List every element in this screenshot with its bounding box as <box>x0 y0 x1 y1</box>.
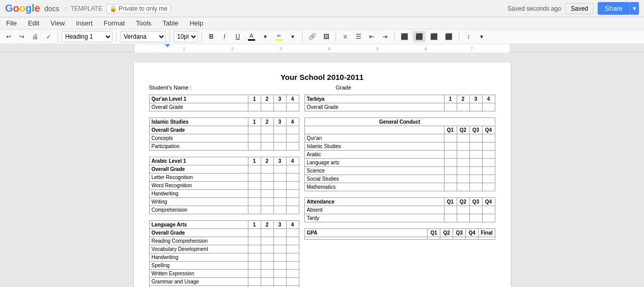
print-button[interactable]: 🖨 <box>30 31 41 42</box>
islamic-label: Islamic Studies <box>149 118 248 126</box>
arabic-label: Arabic Level 1 <box>149 157 248 165</box>
style-select[interactable]: Heading 1 Heading 2 Normal text <box>62 31 113 42</box>
indent-less-button[interactable]: ⇤ <box>366 31 377 42</box>
islamic-overall-q3 <box>273 126 286 134</box>
image-button[interactable]: 🖼 <box>321 31 332 42</box>
conduct-quran-row: Qur'an <box>304 134 495 142</box>
top-bar-right: Saved seconds ago Saved Share ▾ <box>508 2 639 15</box>
italic-button[interactable]: I <box>219 31 230 42</box>
lock-icon: 🔒 <box>109 5 117 12</box>
arabic-header-row: Arabic Level 1 1 2 3 4 <box>149 157 299 165</box>
separator-3 <box>170 32 170 42</box>
islamic-participation-row: Participation <box>149 142 299 151</box>
align-right-button[interactable]: ⬛ <box>428 31 440 42</box>
menu-insert[interactable]: Insert <box>74 18 95 28</box>
conduct-islamic-row: Islamic Studies <box>304 142 495 151</box>
conduct-title: General Conduct <box>304 118 495 126</box>
conduct-social-row: Social Studies <box>304 175 495 183</box>
saved-button[interactable]: Saved <box>565 3 594 14</box>
la-vocab-row: Vocabulary Development <box>149 245 299 253</box>
separator-6 <box>335 32 336 42</box>
arabic-writing-row: Writing <box>149 198 299 206</box>
share-dropdown-button[interactable]: ▾ <box>630 2 639 15</box>
privacy-badge[interactable]: 🔒 Private to only me <box>106 4 171 13</box>
arabic-overall-row: Overall Grade <box>149 165 299 174</box>
unordered-list-button[interactable]: ☰ <box>353 31 364 42</box>
share-button[interactable]: Share <box>598 2 630 15</box>
islamic-overall-q4 <box>286 126 299 134</box>
islamic-concepts-row: Concepts <box>149 134 299 142</box>
ruler-mark-4: 4 <box>328 46 330 51</box>
ruler-indent-marker[interactable] <box>165 44 170 47</box>
arabic-overall-label: Overall Grade <box>149 165 248 174</box>
quran-header-row: Qur'an Level 1 1 2 3 4 <box>149 95 299 103</box>
ruler-mark-3: 3 <box>279 46 282 51</box>
redo-button[interactable]: ↪ <box>16 31 27 42</box>
separator-8 <box>459 32 459 42</box>
highlight-button[interactable]: ✏ <box>273 31 285 42</box>
privacy-text: Private to only me <box>119 5 167 12</box>
highlight-dropdown[interactable]: ▾ <box>287 31 298 42</box>
link-button[interactable]: 🔗 <box>306 31 319 42</box>
fontsize-select[interactable]: 10pt 8 9 12 14 <box>174 31 198 42</box>
font-color-dropdown[interactable]: ▾ <box>260 31 271 42</box>
align-left-button[interactable]: ⬛ <box>398 31 411 42</box>
toolbar: ↩ ↪ 🖨 ✓ Heading 1 Heading 2 Normal text … <box>0 30 644 44</box>
bold-button[interactable]: B <box>206 31 217 42</box>
arabic-handwriting-row: Handwriting <box>149 190 299 198</box>
spellcheck-button[interactable]: ✓ <box>43 31 54 42</box>
ruler-mark-5: 5 <box>376 46 379 51</box>
menu-edit[interactable]: Edit <box>26 18 41 28</box>
indent-more-button[interactable]: ⇥ <box>379 31 390 42</box>
separator-7 <box>394 32 395 42</box>
align-center-button[interactable]: ⬛ <box>413 31 426 42</box>
gpa-table: GPA Q1 Q2 Q3 Q4 Final <box>304 228 495 240</box>
gpa-label: GPA <box>304 229 428 237</box>
la-header-row: Language Arts 1 2 3 4 <box>149 221 299 229</box>
arabic-word-row: Word Recognition <box>149 182 299 190</box>
menu-file[interactable]: File <box>4 18 19 28</box>
line-spacing-dropdown[interactable]: ▾ <box>476 31 487 42</box>
islamic-participation-q1 <box>248 142 261 151</box>
islamic-overall-row: Overall Grade <box>149 126 299 134</box>
line-spacing-button[interactable]: ↕ <box>463 31 474 42</box>
tarbiya-header-row: Tarbiya 1 2 3 4 <box>304 95 495 103</box>
conduct-la-row: Language arts <box>304 159 495 167</box>
islamic-overall-label: Overall Grade <box>149 126 248 134</box>
la-label: Language Arts <box>149 221 248 229</box>
product-name: docs <box>44 5 60 13</box>
islamic-concepts-q4 <box>286 134 299 142</box>
underline-button[interactable]: U <box>232 31 243 42</box>
align-justify-button[interactable]: ⬛ <box>442 31 455 42</box>
ordered-list-button[interactable]: ≡ <box>340 31 351 42</box>
arabic-col4: 4 <box>286 157 299 165</box>
undo-button[interactable]: ↩ <box>3 31 14 42</box>
islamic-participation-label: Participation <box>149 142 248 151</box>
arabic-col3: 3 <box>273 157 286 165</box>
right-column: Tarbiya 1 2 3 4 Overall Grade Gen <box>304 95 495 287</box>
language-arts-table: Language Arts 1 2 3 4 Overall Grade Read… <box>149 220 299 287</box>
arabic-letter-row: Letter Recognition <box>149 174 299 182</box>
menu-help[interactable]: Help <box>187 18 205 28</box>
student-info-row: Student's Name : Grade <box>149 84 495 91</box>
conduct-science-row: Science <box>304 167 495 175</box>
star-icon: ☆ <box>63 5 69 12</box>
quran-overall-q4 <box>286 103 299 111</box>
tarbiya-label: Tarbiya <box>304 95 444 103</box>
islamic-concepts-label: Concepts <box>149 134 248 142</box>
menu-tools[interactable]: Tools <box>134 18 153 28</box>
la-reading-row: Reading Comprehension <box>149 237 299 245</box>
quran-col2: 2 <box>261 95 273 103</box>
font-select[interactable]: Verdana Arial Times New Roman <box>120 31 166 42</box>
font-color-button[interactable]: A <box>245 31 258 42</box>
document-page[interactable]: Your School 2010-2011 Student's Name : G… <box>134 63 511 287</box>
menu-format[interactable]: Format <box>102 18 127 28</box>
left-column: Qur'an Level 1 1 2 3 4 Overall Grade <box>149 95 299 287</box>
menu-table[interactable]: Table <box>160 18 180 28</box>
arabic-col1: 1 <box>248 157 261 165</box>
menu-view[interactable]: View <box>48 18 67 28</box>
islamic-col3: 3 <box>273 118 286 126</box>
report-grid: Qur'an Level 1 1 2 3 4 Overall Grade <box>149 95 495 287</box>
share-button-group: Share ▾ <box>598 2 639 15</box>
document-title: Your School 2010-2011 <box>149 73 495 81</box>
